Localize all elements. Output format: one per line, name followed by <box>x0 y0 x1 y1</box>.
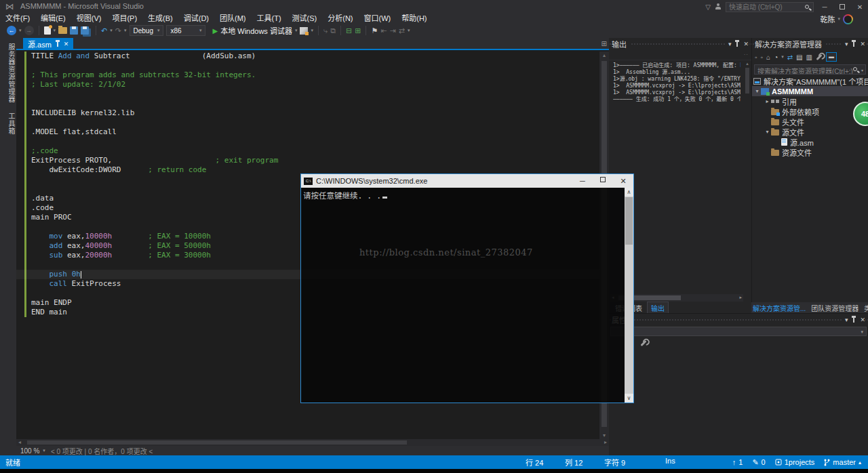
menu-item-8[interactable]: 测试(S) <box>287 14 323 23</box>
tree-item-3[interactable]: 外部依赖项 <box>752 106 868 117</box>
pin-icon[interactable] <box>853 42 854 47</box>
quick-launch-box[interactable] <box>726 2 814 12</box>
git-repository[interactable]: 1projects <box>775 458 815 466</box>
scroll-left-icon[interactable]: ◂ <box>18 439 21 446</box>
open-file-icon[interactable] <box>58 27 67 34</box>
window-position-icon[interactable]: ▾ <box>728 41 732 47</box>
expander-icon[interactable]: ▾ <box>764 129 771 135</box>
splitter-grip-icon[interactable]: ⊞ <box>601 40 607 47</box>
chevron-down-icon[interactable]: ▾ <box>781 54 784 60</box>
properties-header[interactable]: 属性 ▾ ✕ <box>609 314 868 326</box>
cmd-title-bar[interactable]: C:\ C:\WINDOWS\system32\cmd.exe ─ ✕ <box>301 174 633 188</box>
output-log[interactable]: 1>—————— 已启动生成: 项目: ASMMMMM, 配置: Debug W… <box>609 60 742 103</box>
left-tab-1[interactable]: 工具箱 <box>0 112 16 135</box>
scroll-up-icon[interactable]: ▴ <box>744 61 751 66</box>
git-uncommitted-edits[interactable]: ✎ 0 <box>752 458 765 467</box>
feedback-icon[interactable]: ▽ <box>705 3 711 11</box>
save-icon[interactable] <box>70 26 78 35</box>
tree-item-6[interactable]: 源.asm <box>752 137 868 147</box>
scroll-down-icon[interactable]: ▾ <box>599 432 609 438</box>
pin-icon[interactable] <box>57 42 58 47</box>
code-line-6[interactable] <box>16 99 609 108</box>
restore-button[interactable] <box>840 4 845 9</box>
step-over-icon[interactable]: ⧉ <box>330 26 336 35</box>
wrench-icon[interactable] <box>816 54 822 60</box>
code-line-10[interactable] <box>16 137 609 146</box>
window-position-icon[interactable]: ▾ <box>845 316 848 323</box>
menu-item-1[interactable]: 编辑(E) <box>35 14 71 23</box>
menu-item-11[interactable]: 帮助(H) <box>396 14 432 23</box>
tree-item-4[interactable]: 头文件 <box>752 117 868 127</box>
output-vertical-scrollbar[interactable]: ▴ <box>744 61 751 291</box>
codelens-changes-info[interactable]: < 0 项更改 | 0 名作者，0 项更改 < <box>51 446 153 456</box>
menu-item-6[interactable]: 团队(M) <box>214 14 252 23</box>
user-feedback-icon[interactable] <box>715 3 722 10</box>
tree-item-5[interactable]: ▾源文件 <box>752 127 868 137</box>
sync-with-active-document-icon[interactable]: ⇄ <box>787 54 793 61</box>
close-icon[interactable]: ✕ <box>743 41 749 47</box>
properties-object-dropdown[interactable]: ▾ <box>610 327 867 336</box>
cmd-scrollbar[interactable]: ∧ ∨ <box>625 188 633 403</box>
right-tab-0[interactable]: 解决方案资源管... <box>753 303 806 313</box>
menu-item-5[interactable]: 调试(D) <box>178 14 214 23</box>
platform-dropdown[interactable]: x86 ▾ <box>166 25 205 36</box>
code-line-1[interactable]: TITLE Add and Subtract (AddSub.asm) <box>16 52 609 61</box>
minimize-icon[interactable]: ─ <box>572 177 593 186</box>
minimize-button[interactable]: ─ <box>818 3 831 11</box>
scrollbar-thumb[interactable] <box>27 440 407 445</box>
code-line-5[interactable] <box>16 89 609 99</box>
scroll-down-icon[interactable]: ∨ <box>625 394 633 403</box>
navigate-forward-icon[interactable]: → <box>24 26 34 35</box>
attach-process-icon[interactable] <box>300 27 308 35</box>
code-line-4[interactable]: ; Last update: 2/1/02 <box>16 80 609 89</box>
tree-item-1[interactable]: ▾ASMMMMM <box>752 86 868 96</box>
menu-item-10[interactable]: 窗口(W) <box>359 14 397 23</box>
toolbar-overflow-icon[interactable]: ▾ <box>408 28 410 33</box>
menu-item-0[interactable]: 文件(F) <box>0 14 35 23</box>
collapse-all-button[interactable]: ▬ <box>826 52 837 62</box>
save-all-icon[interactable] <box>81 26 89 35</box>
code-line-12[interactable]: ExitProcess PROTO, ; exit program <box>16 156 609 165</box>
zoom-dropdown[interactable]: 100 % ▾ <box>20 447 45 455</box>
toggle-bookmark-icon[interactable]: ⇄ <box>399 26 405 35</box>
redo-dropdown-icon[interactable]: ▾ <box>124 28 127 33</box>
scroll-right-icon[interactable]: ▸ <box>604 439 607 446</box>
right-tab-2[interactable]: 类视图 <box>864 303 868 313</box>
tree-item-7[interactable]: 资源文件 <box>752 147 868 157</box>
step-into-icon[interactable]: ⤷ <box>323 26 328 35</box>
solution-config-dropdown[interactable]: Debug ▾ <box>130 25 164 36</box>
close-icon[interactable]: ✕ <box>860 41 865 47</box>
scroll-right-icon[interactable]: ▸ <box>739 295 742 300</box>
close-icon[interactable]: ✕ <box>860 316 865 323</box>
right-tab-1[interactable]: 团队资源管理器 <box>811 303 859 313</box>
code-line-2[interactable] <box>16 61 609 70</box>
bookmark-icon[interactable]: ⚑ <box>371 26 378 35</box>
show-all-files-icon[interactable]: ▥ <box>806 54 812 61</box>
pin-icon[interactable] <box>853 318 854 323</box>
menu-item-3[interactable]: 项目(P) <box>106 14 142 23</box>
tab-source-asm[interactable]: 源.asm ✕ <box>23 38 73 50</box>
editor-horizontal-scrollbar[interactable]: ◂ ▸ <box>16 439 609 446</box>
scroll-up-icon[interactable]: ▴ <box>599 52 609 58</box>
git-unpushed-commits[interactable]: ↑ 1 <box>732 458 743 466</box>
code-line-9[interactable]: .MODEL flat,stdcall <box>16 127 609 137</box>
solution-explorer-header[interactable]: 解决方案资源管理器 ▾ ✕ <box>752 38 868 50</box>
cmd-console[interactable]: 请按任意键继续. . . http://blog.csdn.net/sinat_… <box>301 188 625 403</box>
maximize-icon[interactable] <box>600 177 606 182</box>
expander-icon[interactable]: ▾ <box>753 88 761 94</box>
code-line-3[interactable]: ; This program adds and subtracts 32-bit… <box>16 70 609 80</box>
forward-icon[interactable]: ◦ <box>761 54 764 61</box>
comment-icon[interactable]: ⊟ <box>346 26 352 35</box>
undo-icon[interactable]: ↶ <box>101 26 107 35</box>
pending-changes-filter-icon[interactable]: ◔ <box>774 54 778 61</box>
redo-icon[interactable]: ↷ <box>115 26 121 35</box>
scroll-up-icon[interactable]: ∧ <box>625 188 633 197</box>
expander-icon[interactable]: ▸ <box>764 98 771 104</box>
code-line-11[interactable]: ;.code <box>16 146 609 156</box>
close-icon[interactable]: ✕ <box>64 41 69 47</box>
menu-item-7[interactable]: 工具(T) <box>252 14 287 23</box>
solution-search-box[interactable]: 搜索解决方案资源管理器(Ctrl+;) ▾ <box>754 64 866 75</box>
menu-item-4[interactable]: 生成(B) <box>142 14 178 23</box>
start-debugging-button[interactable]: ▶ 本地 Windows 调试器 ▾ <box>212 25 297 36</box>
wrench-icon[interactable] <box>640 340 646 346</box>
